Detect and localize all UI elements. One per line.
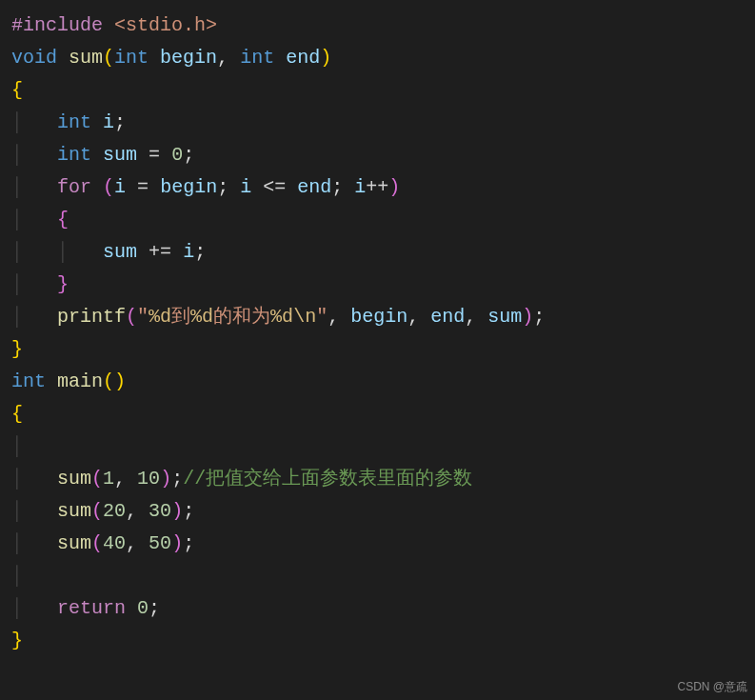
pp-include: #include bbox=[11, 14, 103, 36]
num-zero: 0 bbox=[171, 144, 183, 166]
kw-int: int bbox=[240, 47, 274, 69]
paren-close: ) bbox=[320, 47, 331, 69]
paren-close: ) bbox=[171, 500, 183, 522]
var-end: end bbox=[297, 176, 331, 198]
esc-d: %d bbox=[190, 306, 213, 328]
kw-for: for bbox=[57, 176, 91, 198]
str-p1: 到 bbox=[171, 306, 190, 328]
kw-void: void bbox=[11, 47, 57, 69]
num-zero: 0 bbox=[137, 597, 149, 619]
num-10: 10 bbox=[137, 468, 160, 490]
comment: //把值交给上面参数表里面的参数 bbox=[183, 468, 472, 490]
brace-open: { bbox=[57, 209, 69, 230]
var-end: end bbox=[430, 306, 465, 328]
kw-int: int bbox=[57, 111, 91, 133]
var-i: i bbox=[240, 176, 251, 198]
var-sum: sum bbox=[103, 144, 137, 166]
paren-open: ( bbox=[91, 532, 103, 554]
var-i: i bbox=[354, 176, 366, 198]
param-end: end bbox=[286, 47, 320, 69]
paren-open: ( bbox=[91, 500, 103, 522]
code-block: #include <stdio.h> void sum(int begin, i… bbox=[0, 0, 755, 667]
paren-open: ( bbox=[103, 47, 114, 69]
var-sum: sum bbox=[487, 306, 522, 328]
num-50: 50 bbox=[149, 532, 171, 554]
var-i: i bbox=[103, 111, 114, 133]
fn-sum-call: sum bbox=[57, 500, 91, 522]
paren-open: ( bbox=[126, 306, 137, 328]
var-i: i bbox=[183, 241, 194, 263]
fn-sum-call: sum bbox=[57, 532, 91, 554]
brace-close: } bbox=[11, 338, 23, 360]
brace-open: { bbox=[11, 403, 23, 425]
paren-open: ( bbox=[103, 176, 114, 198]
num-1: 1 bbox=[103, 468, 114, 490]
var-begin: begin bbox=[350, 306, 407, 328]
paren-open: ( bbox=[103, 370, 114, 392]
watermark: CSDN @意疏 bbox=[677, 677, 747, 696]
num-40: 40 bbox=[103, 532, 126, 554]
paren-close: ) bbox=[522, 306, 533, 328]
fn-printf: printf bbox=[57, 306, 126, 328]
param-begin: begin bbox=[160, 47, 217, 69]
kw-int: int bbox=[57, 144, 91, 166]
pp-header: <stdio.h> bbox=[114, 14, 217, 36]
esc-d: %d bbox=[149, 306, 171, 328]
paren-open: ( bbox=[91, 468, 103, 490]
kw-return: return bbox=[57, 597, 126, 619]
str-p2: 的和为 bbox=[213, 306, 270, 328]
fn-sum-decl: sum bbox=[69, 47, 103, 69]
str-close: " bbox=[316, 306, 328, 328]
fn-main: main bbox=[57, 370, 103, 392]
kw-int: int bbox=[11, 370, 46, 392]
var-begin: begin bbox=[160, 176, 217, 198]
brace-close: } bbox=[57, 273, 69, 295]
var-i: i bbox=[114, 176, 126, 198]
brace-open: { bbox=[11, 79, 23, 101]
var-sum: sum bbox=[103, 241, 137, 263]
paren-close: ) bbox=[114, 370, 126, 392]
num-30: 30 bbox=[149, 500, 171, 522]
fn-sum-call: sum bbox=[57, 468, 91, 490]
brace-close: } bbox=[11, 630, 23, 651]
paren-close: ) bbox=[160, 468, 171, 490]
paren-close: ) bbox=[388, 176, 400, 198]
esc-n: \n bbox=[293, 306, 316, 328]
esc-d: %d bbox=[270, 306, 293, 328]
num-20: 20 bbox=[103, 500, 126, 522]
kw-int: int bbox=[114, 47, 149, 69]
paren-close: ) bbox=[171, 532, 183, 554]
str-open: " bbox=[137, 306, 149, 328]
